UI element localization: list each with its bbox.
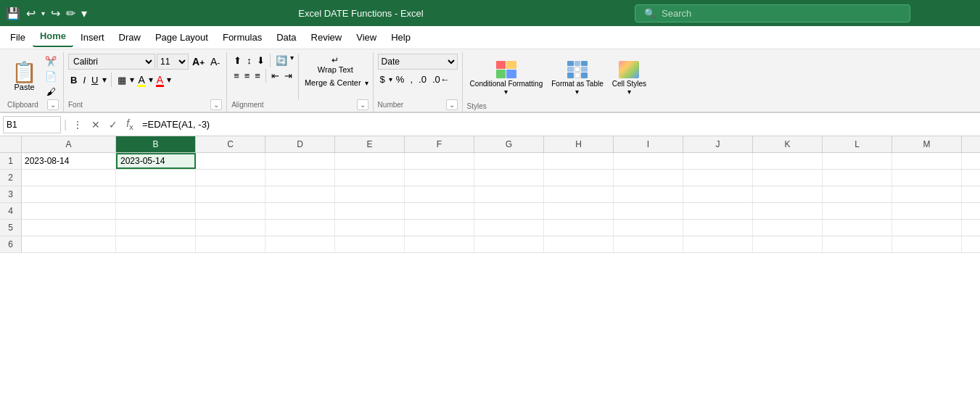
cell-j2[interactable] [683,170,753,186]
cell-j3[interactable] [683,186,753,202]
cell-c2[interactable] [196,170,265,186]
cell-l1[interactable] [823,153,892,169]
col-header-i[interactable]: I [614,136,683,152]
col-header-e[interactable]: E [335,136,405,152]
format-painter-button[interactable]: 🖌 [43,85,59,99]
undo-dropdown-icon[interactable]: ▾ [41,9,45,17]
cell-a1[interactable]: 2023-08-14 [22,153,116,169]
cell-g3[interactable] [474,186,544,202]
cell-m5[interactable] [892,220,962,236]
cell-d5[interactable] [265,220,335,236]
cell-l3[interactable] [823,186,892,202]
cell-k4[interactable] [753,203,823,219]
cell-b5[interactable] [116,220,196,236]
cell-c5[interactable] [196,220,265,236]
cell-reference-input[interactable] [3,116,61,133]
cell-h4[interactable] [544,203,614,219]
cell-l5[interactable] [823,220,892,236]
cell-i5[interactable] [614,220,683,236]
formula-more-button[interactable]: ⋮ [70,117,86,132]
comma-button[interactable]: , [408,73,415,86]
borders-button[interactable]: ▦ [115,73,128,87]
cell-a2[interactable] [22,170,116,186]
cell-f1[interactable] [405,153,474,169]
col-header-b[interactable]: B [116,136,196,152]
cell-k5[interactable] [753,220,823,236]
copy-button[interactable]: 📄 [43,70,59,83]
cell-d4[interactable] [265,203,335,219]
cell-f6[interactable] [405,236,474,252]
cell-f4[interactable] [405,203,474,219]
confirm-formula-button[interactable]: ✓ [106,117,120,132]
cell-styles-button[interactable]: Cell Styles ▾ [609,59,649,97]
italic-button[interactable]: I [81,73,88,87]
menu-formulas[interactable]: Formulas [215,29,269,46]
cell-e3[interactable] [335,186,405,202]
cell-h2[interactable] [544,170,614,186]
cell-b1[interactable]: 2023-05-14 [116,153,196,169]
cell-f3[interactable] [405,186,474,202]
cell-a3[interactable] [22,186,116,202]
col-header-c[interactable]: C [196,136,265,152]
cut-button[interactable]: ✂️ [43,54,59,68]
cell-c1[interactable] [196,153,265,169]
font-size-select[interactable]: 11 [157,54,189,70]
cell-i2[interactable] [614,170,683,186]
touchpen-icon[interactable]: ✏ [66,7,75,20]
wrap-text-button[interactable]: ↵ Wrap Text [302,54,368,75]
cell-d6[interactable] [265,236,335,252]
align-top-button[interactable]: ⬆ [231,54,244,67]
cell-m1[interactable] [892,153,962,169]
cell-l4[interactable] [823,203,892,219]
font-expand-button[interactable]: ⌄ [210,99,222,110]
more-icon[interactable]: ▾ [81,7,87,20]
cell-k6[interactable] [753,236,823,252]
align-center-button[interactable]: ≡ [242,69,252,83]
cell-b6[interactable] [116,236,196,252]
cell-e4[interactable] [335,203,405,219]
cell-m2[interactable] [892,170,962,186]
formula-input[interactable] [139,117,977,131]
cell-a4[interactable] [22,203,116,219]
cell-g4[interactable] [474,203,544,219]
cancel-formula-button[interactable]: ✕ [88,117,103,132]
search-box[interactable]: 🔍 [635,4,910,22]
col-header-m[interactable]: M [892,136,962,152]
cell-m3[interactable] [892,186,962,202]
redo-icon[interactable]: ↪ [51,7,60,20]
conditional-formatting-button[interactable]: Conditional Formatting ▾ [467,59,546,97]
accounting-button[interactable]: $ [378,73,387,86]
menu-help[interactable]: Help [384,29,418,46]
cell-j5[interactable] [683,220,753,236]
col-header-d[interactable]: D [265,136,335,152]
align-right-button[interactable]: ≡ [252,69,263,83]
cell-k2[interactable] [753,170,823,186]
col-header-g[interactable]: G [474,136,544,152]
col-header-a[interactable]: A [22,136,116,152]
alignment-expand-button[interactable]: ⌄ [357,99,368,110]
cell-j4[interactable] [683,203,753,219]
menu-page-layout[interactable]: Page Layout [148,29,215,46]
menu-draw[interactable]: Draw [112,29,148,46]
cell-b2[interactable] [116,170,196,186]
cell-l6[interactable] [823,236,892,252]
col-header-h[interactable]: H [544,136,614,152]
cell-f5[interactable] [405,220,474,236]
cell-g5[interactable] [474,220,544,236]
fill-color-button[interactable]: A [136,73,147,87]
cell-i1[interactable] [614,153,683,169]
align-middle-button[interactable]: ↕ [244,54,254,67]
cell-i3[interactable] [614,186,683,202]
menu-view[interactable]: View [349,29,384,46]
menu-home[interactable]: Home [33,28,73,47]
save-icon[interactable]: 💾 [6,7,20,20]
cell-i6[interactable] [614,236,683,252]
number-expand-button[interactable]: ⌄ [446,99,458,110]
cell-c3[interactable] [196,186,265,202]
cell-k3[interactable] [753,186,823,202]
cell-d1[interactable] [265,153,335,169]
bold-button[interactable]: B [68,73,79,87]
col-header-f[interactable]: F [405,136,474,152]
cell-h5[interactable] [544,220,614,236]
cell-b4[interactable] [116,203,196,219]
